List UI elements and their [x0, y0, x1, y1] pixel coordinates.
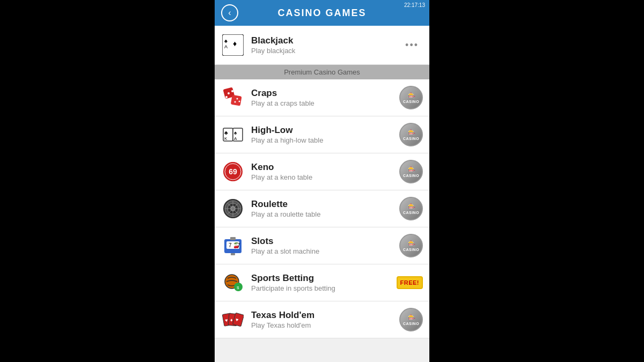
- roulette-casino-badge: 🎰 CASINO: [399, 197, 423, 220]
- more-options-button[interactable]: •••: [401, 38, 423, 53]
- svg-text:69: 69: [229, 167, 237, 176]
- svg-text:♠: ♠: [234, 130, 237, 136]
- header-time: 22:17:13: [404, 2, 425, 8]
- slots-icon: 7 🍒 7: [221, 234, 245, 257]
- svg-text:K: K: [224, 136, 228, 141]
- craps-info: Craps Play at a craps table: [251, 88, 399, 107]
- sports-badge-label: FREE!: [400, 279, 420, 286]
- sports-row[interactable]: $ Sports Betting Participate in sports b…: [215, 264, 429, 301]
- keno-name: Keno: [251, 162, 399, 173]
- svg-text:♣: ♣: [224, 130, 228, 136]
- sports-desc: Participate in sports betting: [251, 284, 397, 292]
- svg-text:A: A: [224, 44, 228, 49]
- craps-row[interactable]: Craps Play at a craps table 🎰 CASINO: [215, 79, 429, 116]
- highlow-icon: ♣ K ♠ A: [221, 123, 245, 146]
- svg-text:♦: ♦: [233, 39, 237, 48]
- craps-name: Craps: [251, 88, 399, 99]
- app-container: ‹ CASINO GAMES 22:17:13 ♠ A ♦ Blackjack …: [215, 0, 429, 362]
- sports-icon: $: [221, 271, 245, 294]
- keno-info: Keno Play at a keno table: [251, 162, 399, 181]
- slots-info: Slots Play at a slot machine: [251, 236, 399, 255]
- svg-point-9: [237, 98, 238, 100]
- roulette-row[interactable]: Roulette Play at a roulette table 🎰 CASI…: [215, 190, 429, 227]
- blackjack-row[interactable]: ♠ A ♦ Blackjack Play blackjack •••: [215, 26, 429, 65]
- texas-casino-badge: 🎰 CASINO: [399, 308, 423, 331]
- svg-rect-5: [231, 95, 242, 106]
- texas-desc: Play Texas hold'em: [251, 321, 399, 329]
- sports-info: Sports Betting Participate in sports bet…: [251, 273, 397, 292]
- svg-point-8: [225, 96, 228, 98]
- header: ‹ CASINO GAMES 22:17:13: [215, 0, 429, 26]
- svg-rect-36: [231, 253, 235, 255]
- keno-desc: Play at a keno table: [251, 173, 399, 181]
- back-arrow-icon: ‹: [228, 9, 231, 17]
- page-title: CASINO GAMES: [277, 8, 366, 19]
- svg-text:7: 7: [229, 242, 232, 248]
- svg-point-10: [235, 101, 236, 103]
- keno-casino-badge: 🎰 CASINO: [399, 160, 423, 183]
- sports-name: Sports Betting: [251, 273, 397, 284]
- sports-free-badge: FREE!: [397, 276, 423, 289]
- texas-icon: ♥ ♦ ♥: [221, 308, 245, 331]
- svg-point-11: [239, 101, 240, 102]
- section-label: Premium Casino Games: [284, 68, 360, 76]
- texas-info: Texas Hold'em Play Texas hold'em: [251, 310, 399, 329]
- slots-row[interactable]: 7 🍒 7 Slots Play at a slot machine 🎰 CAS…: [215, 227, 429, 264]
- svg-text:♠: ♠: [224, 38, 228, 44]
- back-button[interactable]: ‹: [221, 4, 238, 21]
- roulette-info: Roulette Play at a roulette table: [251, 199, 399, 218]
- svg-text:A: A: [234, 136, 237, 141]
- svg-text:7: 7: [237, 242, 240, 248]
- highlow-casino-badge: 🎰 CASINO: [399, 123, 423, 146]
- highlow-name: High-Low: [251, 125, 399, 136]
- keno-icon: 69: [221, 160, 245, 183]
- roulette-desc: Play at a roulette table: [251, 210, 399, 218]
- blackjack-name: Blackjack: [251, 35, 401, 46]
- keno-row[interactable]: 69 Keno Play at a keno table 🎰 CASINO: [215, 153, 429, 190]
- svg-point-7: [231, 90, 233, 92]
- texas-row[interactable]: ♥ ♦ ♥ Texas Hold'em Play Texas hold'em 🎰…: [215, 301, 429, 338]
- section-header: Premium Casino Games: [215, 65, 429, 79]
- svg-text:$: $: [237, 285, 239, 290]
- craps-badge-label: CASINO: [403, 100, 419, 104]
- content-area: ♠ A ♦ Blackjack Play blackjack ••• Premi…: [215, 26, 429, 362]
- craps-casino-badge: 🎰 CASINO: [399, 86, 423, 109]
- highlow-info: High-Low Play at a high-low table: [251, 125, 399, 144]
- keno-badge-label: CASINO: [403, 174, 419, 178]
- craps-icon: [221, 86, 245, 109]
- slots-casino-badge: 🎰 CASINO: [399, 234, 423, 257]
- blackjack-icon: ♠ A ♦: [221, 33, 245, 57]
- slots-desc: Play at a slot machine: [251, 247, 399, 255]
- blackjack-info: Blackjack Play blackjack: [251, 35, 401, 55]
- roulette-name: Roulette: [251, 199, 399, 210]
- blackjack-desc: Play blackjack: [251, 47, 401, 55]
- slots-badge-label: CASINO: [403, 248, 419, 252]
- slots-name: Slots: [251, 236, 399, 247]
- svg-point-6: [228, 92, 230, 94]
- roulette-badge-label: CASINO: [403, 211, 419, 215]
- svg-rect-35: [230, 237, 236, 240]
- highlow-badge-label: CASINO: [403, 137, 419, 141]
- highlow-row[interactable]: ♣ K ♠ A High-Low Play at a high-low tabl…: [215, 116, 429, 153]
- roulette-icon: [221, 197, 245, 220]
- texas-badge-label: CASINO: [403, 322, 419, 326]
- highlow-desc: Play at a high-low table: [251, 136, 399, 144]
- texas-name: Texas Hold'em: [251, 310, 399, 321]
- craps-desc: Play at a craps table: [251, 99, 399, 107]
